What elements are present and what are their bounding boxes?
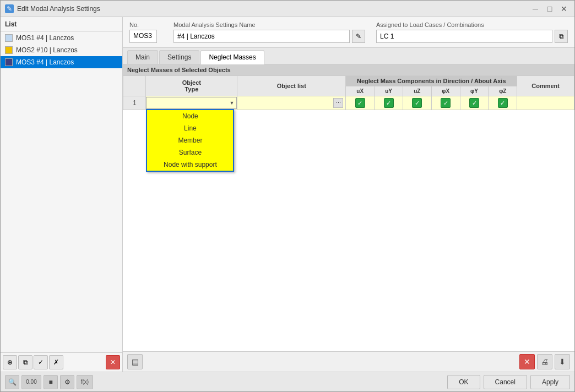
uncheck-item-button[interactable]: ✗: [49, 355, 63, 369]
add-item-button[interactable]: ⊕: [3, 355, 17, 369]
print-button[interactable]: 🖨: [537, 354, 552, 369]
window-title: Edit Modal Analysis Settings: [17, 5, 526, 13]
row-type-cell: ▼ Node Line Member Surface Node with sup…: [146, 96, 237, 110]
dropdown-item-line[interactable]: Line: [147, 122, 233, 134]
th-phix: φX: [431, 86, 460, 96]
export-button[interactable]: ⬇: [555, 354, 570, 369]
field-no: No. MOS3: [129, 21, 162, 43]
th-uz: uZ: [403, 86, 431, 96]
row-ux[interactable]: ✓: [346, 96, 375, 110]
check-phix[interactable]: ✓: [441, 98, 451, 108]
name-edit-button[interactable]: ✎: [352, 30, 365, 43]
tab-settings[interactable]: Settings: [159, 50, 199, 64]
tab-main[interactable]: Main: [127, 50, 158, 64]
no-value: MOS3: [129, 30, 157, 43]
th-object-list: Object list: [237, 76, 346, 96]
th-num: [123, 76, 146, 96]
row-phix[interactable]: ✓: [431, 96, 460, 110]
apply-button[interactable]: Apply: [530, 375, 570, 389]
dialog-buttons: OK Cancel Apply: [447, 375, 570, 389]
dropdown-item-node[interactable]: Node: [147, 110, 233, 122]
dropdown-menu: Node Line Member Surface Node with suppo…: [146, 109, 234, 172]
row-comment: [517, 96, 574, 110]
field-name: Modal Analysis Settings Name ✎: [173, 21, 365, 43]
search-button[interactable]: 🔍: [5, 375, 19, 389]
main-content: List MOS1 #4 | Lanczos MOS2 #10 | Lanczo…: [1, 17, 574, 372]
row-phiz[interactable]: ✓: [489, 96, 517, 110]
check-uz[interactable]: ✓: [412, 98, 422, 108]
sidebar-item-mos2[interactable]: MOS2 #10 | Lanczos: [1, 44, 122, 56]
check-item-button[interactable]: ✓: [34, 355, 48, 369]
tab-neglect-masses[interactable]: Neglect Masses: [200, 50, 264, 64]
sidebar-header: List: [1, 17, 122, 32]
dropdown-item-node-support[interactable]: Node with support: [147, 159, 233, 171]
name-input[interactable]: [173, 30, 350, 43]
check-ux[interactable]: ✓: [355, 98, 365, 108]
func-button[interactable]: f(x): [77, 375, 93, 389]
add-row-button[interactable]: ▤: [127, 354, 143, 369]
sidebar-footer: ⊕ ⧉ ✓ ✗ ✕: [1, 352, 122, 372]
object-list-input[interactable]: [240, 97, 332, 108]
table-container: ObjectType Object list Neglect Mass Comp…: [123, 75, 574, 110]
field-assigned: Assigned to Load Cases / Combinations ⧉: [376, 21, 568, 43]
object-list-button[interactable]: ⋯: [333, 98, 343, 108]
dropdown-item-member[interactable]: Member: [147, 134, 233, 146]
maximize-button[interactable]: □: [544, 3, 556, 15]
mos1-label: MOS1 #4 | Lanczos: [16, 34, 74, 42]
assigned-edit-button[interactable]: ⧉: [555, 30, 568, 43]
row-phiy[interactable]: ✓: [460, 96, 489, 110]
right-panel: No. MOS3 Modal Analysis Settings Name ✎ …: [123, 17, 574, 372]
window-controls: ─ □ ✕: [529, 3, 570, 15]
status-bar: 🔍 0.00 ■ ⚙ f(x) OK Cancel Apply: [1, 372, 574, 391]
sidebar-item-mos3[interactable]: MOS3 #4 | Lanczos: [1, 56, 122, 68]
check-phiz[interactable]: ✓: [498, 98, 508, 108]
assigned-input[interactable]: [376, 30, 552, 43]
ok-button[interactable]: OK: [447, 375, 480, 389]
copy-item-button[interactable]: ⧉: [18, 355, 32, 369]
th-phiy: φY: [460, 86, 489, 96]
dropdown-trigger[interactable]: ▼: [146, 97, 237, 109]
assigned-label: Assigned to Load Cases / Combinations: [376, 21, 568, 28]
row-num: 1: [123, 96, 146, 110]
color-button[interactable]: ■: [44, 375, 58, 389]
neglect-masses-table: ObjectType Object list Neglect Mass Comp…: [123, 75, 574, 110]
table-row: 1 ▼ Node Lin: [123, 96, 574, 110]
section-header: Neglect Masses of Selected Objects: [123, 64, 574, 75]
delete-row-button[interactable]: ✕: [519, 354, 535, 369]
mos3-color: [5, 58, 13, 66]
mos3-label: MOS3 #4 | Lanczos: [16, 58, 74, 66]
sidebar-item-mos1[interactable]: MOS1 #4 | Lanczos: [1, 32, 122, 44]
header-area: No. MOS3 Modal Analysis Settings Name ✎ …: [123, 17, 574, 48]
no-input-row: MOS3: [129, 30, 162, 43]
mos2-color: [5, 46, 13, 54]
mos1-color: [5, 34, 13, 42]
object-type-dropdown: ▼ Node Line Member Surface Node with sup…: [146, 97, 237, 109]
row-uy[interactable]: ✓: [375, 96, 403, 110]
check-phiy[interactable]: ✓: [469, 98, 479, 108]
row-uz[interactable]: ✓: [403, 96, 431, 110]
main-window: ✎ Edit Modal Analysis Settings ─ □ ✕ Lis…: [0, 0, 575, 392]
bottom-toolbar: ▤ ✕ 🖨 ⬇: [123, 351, 574, 372]
sidebar: List MOS1 #4 | Lanczos MOS2 #10 | Lanczo…: [1, 17, 123, 372]
th-direction-header: Neglect Mass Components in Direction / A…: [346, 76, 517, 86]
name-label: Modal Analysis Settings Name: [173, 21, 365, 28]
no-label: No.: [129, 21, 162, 28]
dropdown-item-surface[interactable]: Surface: [147, 146, 233, 159]
th-phiz: φZ: [489, 86, 517, 96]
cancel-button[interactable]: Cancel: [484, 375, 527, 389]
minimize-button[interactable]: ─: [529, 3, 541, 15]
value-button[interactable]: 0.00: [21, 375, 41, 389]
th-uy: uY: [375, 86, 403, 96]
name-input-row: ✎: [173, 30, 365, 43]
th-comment: Comment: [517, 76, 574, 96]
th-ux: uX: [346, 86, 375, 96]
mos2-label: MOS2 #10 | Lanczos: [16, 46, 78, 54]
tab-bar: Main Settings Neglect Masses: [123, 48, 574, 64]
delete-item-button[interactable]: ✕: [106, 355, 120, 369]
check-uy[interactable]: ✓: [384, 98, 394, 108]
row-object-list: ⋯: [237, 96, 346, 110]
close-button[interactable]: ✕: [558, 3, 570, 15]
title-bar: ✎ Edit Modal Analysis Settings ─ □ ✕: [1, 1, 574, 17]
tool-button[interactable]: ⚙: [60, 375, 74, 389]
th-object-type: ObjectType: [146, 76, 237, 96]
